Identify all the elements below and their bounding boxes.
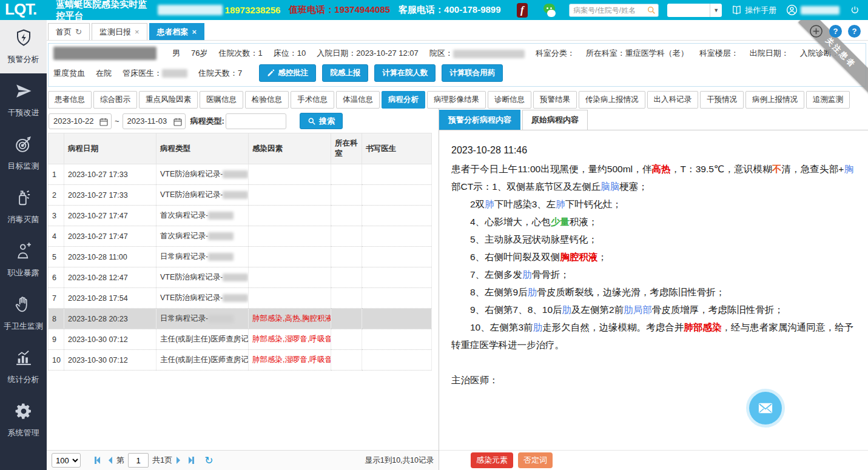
tab-1[interactable]: 首页↻	[48, 23, 90, 40]
wechat-icon[interactable]	[543, 4, 556, 17]
course-paragraph: 2双肺下叶感染3、左肺下叶钙化灶；	[451, 195, 853, 213]
close-icon[interactable]: ×	[192, 27, 197, 36]
table-row-6[interactable]: 62023-10-28 12:47VTE防治病程记录-	[49, 267, 432, 288]
table-row-10[interactable]: 102023-10-30 07:12主任(或副主任)医师查房记录肺部感染,湿啰音…	[49, 350, 432, 371]
table-row-3[interactable]: 32023-10-27 17:47首次病程记录-	[49, 206, 432, 226]
page-size-select[interactable]: 100	[52, 453, 81, 468]
sidebar-item-label: 统计分析	[8, 374, 39, 385]
plus-circle-icon[interactable]	[809, 24, 823, 38]
date-from-input[interactable]: 2023-10-22	[49, 113, 112, 129]
spray-icon	[15, 189, 33, 209]
close-icon[interactable]: ×	[135, 27, 140, 36]
redacted-patient-name	[53, 47, 156, 60]
infection-factors-cell: 肺部感染,湿啰音,呼吸音粗	[249, 329, 331, 350]
help-icon[interactable]: ?	[829, 25, 842, 38]
sidebar-item-7[interactable]: 统计分析	[0, 340, 47, 394]
detail-tab-2[interactable]: 综合图示	[93, 91, 137, 109]
last-page-button[interactable]	[189, 457, 194, 464]
table-cell: 10	[49, 350, 64, 371]
sidebar-item-3[interactable]: 目标监测	[0, 127, 47, 180]
table-row-8[interactable]: 82023-10-28 20:23日常病程记录-肺部感染,高热,胸腔积液	[49, 309, 432, 329]
patient-action-button-4[interactable]: 计算联合用药	[442, 64, 503, 82]
tab-3[interactable]: 患者档案×	[149, 23, 205, 40]
page-number-input[interactable]	[128, 453, 149, 468]
detail-tab-8[interactable]: 病程分析	[382, 91, 425, 109]
gear-icon	[15, 402, 33, 423]
patient-action-button-1[interactable]: 感控批注	[259, 64, 316, 82]
envelope-icon	[757, 400, 774, 417]
detail-tab-15[interactable]: 病例上报情况	[745, 91, 804, 109]
negation-legend-button[interactable]: 否定词	[518, 452, 553, 468]
detail-tab-7[interactable]: 体温信息	[336, 91, 380, 109]
flash-icon[interactable]: f	[517, 3, 528, 18]
table-cell: 2023-10-27 17:33	[64, 164, 156, 185]
course-type-input[interactable]	[226, 113, 286, 129]
detail-tab-12[interactable]: 传染病上报情况	[579, 91, 645, 109]
patient-action-button-2[interactable]: 院感上报	[322, 64, 368, 82]
message-fab-button[interactable]	[749, 392, 782, 425]
detail-tab-5[interactable]: 检验信息	[245, 91, 289, 109]
detail-tab-9[interactable]: 病理影像结果	[427, 91, 486, 109]
detail-tab-13[interactable]: 出入科记录	[647, 91, 699, 109]
sidebar-item-8[interactable]: 系统管理	[0, 394, 47, 447]
course-type-cell: 主任(或副主任)医师查房记录	[156, 350, 249, 371]
table-cell: 2023-10-27 17:47	[64, 206, 156, 226]
detail-tab-11[interactable]: 预警结果	[533, 91, 577, 109]
table-row-2[interactable]: 22023-10-27 17:33VTE防治病程记录-	[49, 185, 432, 206]
help-icon-2[interactable]: ?	[848, 25, 861, 38]
prev-page-button[interactable]	[109, 457, 112, 464]
table-cell	[331, 350, 362, 371]
patient-action-button-3[interactable]: 计算在院人数	[374, 64, 436, 82]
infection-factors-cell	[249, 267, 331, 288]
detail-tab-10[interactable]: 诊断信息	[488, 91, 531, 109]
app-logo: LQT.	[0, 0, 42, 20]
keyword-legend: 感染元素 否定词	[439, 450, 868, 470]
content-tab-2[interactable]: 原始病程内容	[522, 110, 588, 130]
course-paragraph: 8、左侧第9后肋骨皮质断裂线，边缘光滑，考虑陈旧性骨折；	[451, 283, 853, 301]
manual-link[interactable]: 操作手册	[732, 5, 776, 16]
header-dropdown[interactable]: ▼	[667, 4, 722, 17]
patient-field: 床位：10	[274, 48, 306, 59]
detail-tab-6[interactable]: 手术信息	[291, 91, 334, 109]
infection-legend-button[interactable]: 感染元素	[471, 452, 513, 468]
course-type-cell: VTE防治病程记录-	[156, 288, 249, 309]
sidebar-item-5[interactable]: 职业暴露	[0, 233, 47, 287]
highlighted-keyword: 肺部感染	[684, 322, 721, 332]
user-menu[interactable]	[786, 4, 839, 16]
table-cell	[362, 350, 432, 371]
search-icon[interactable]	[647, 5, 656, 15]
table-row-5[interactable]: 52023-10-28 11:00日常病程记录-	[49, 247, 432, 267]
sidebar-item-1[interactable]: 预警分析	[0, 20, 47, 73]
calendar-icon[interactable]	[173, 117, 183, 127]
patient-search-input[interactable]	[569, 4, 659, 17]
course-paragraph: 7、左侧多发肋骨骨折；	[451, 266, 853, 283]
search-button[interactable]: 搜索	[300, 113, 343, 129]
refresh-icon[interactable]: ↻	[204, 454, 213, 467]
table-row-9[interactable]: 92023-10-30 07:12主任(或副主任)医师查房记录肺部感染,湿啰音,…	[49, 329, 432, 350]
course-paragraph: 6、右侧叶间裂及双侧胸腔积液；	[451, 248, 853, 266]
patient-info-panel: 男 76岁 住院次数：1床位：10入院日期：2023-10-27 12:07院区…	[48, 43, 866, 87]
sidebar-item-2[interactable]: 干预改进	[0, 73, 47, 127]
detail-tab-14[interactable]: 干预情况	[700, 91, 744, 109]
sidebar-item-4[interactable]: 消毒灭菌	[0, 180, 47, 233]
table-cell: 2	[49, 185, 64, 206]
detail-tab-1[interactable]: 患者信息	[48, 91, 92, 109]
next-page-button[interactable]	[177, 457, 180, 464]
table-cell	[362, 206, 432, 226]
calendar-icon[interactable]	[99, 117, 109, 127]
search-icon	[308, 117, 316, 126]
first-page-button[interactable]	[95, 457, 100, 464]
table-row-4[interactable]: 42023-10-27 17:47首次病程记录-	[49, 226, 432, 247]
sidebar-item-6[interactable]: 手卫生监测	[0, 287, 47, 340]
table-row-7[interactable]: 72023-10-28 17:54VTE防治病程记录-	[49, 288, 432, 309]
refresh-icon[interactable]: ↻	[75, 27, 82, 36]
detail-tab-16[interactable]: 追溯监测	[806, 91, 850, 109]
detail-tab-3[interactable]: 重点风险因素	[139, 91, 198, 109]
tab-2[interactable]: 监测日报×	[92, 23, 147, 40]
detail-tab-4[interactable]: 医嘱信息	[200, 91, 243, 109]
page-prefix: 第	[116, 455, 124, 466]
date-to-input[interactable]: 2023-11-03	[123, 113, 186, 129]
table-row-1[interactable]: 12023-10-27 17:33VTE防治病程记录-	[49, 164, 432, 185]
logout-power-icon[interactable]	[850, 4, 860, 16]
content-tab-1[interactable]: 预警分析病程内容	[439, 110, 520, 130]
